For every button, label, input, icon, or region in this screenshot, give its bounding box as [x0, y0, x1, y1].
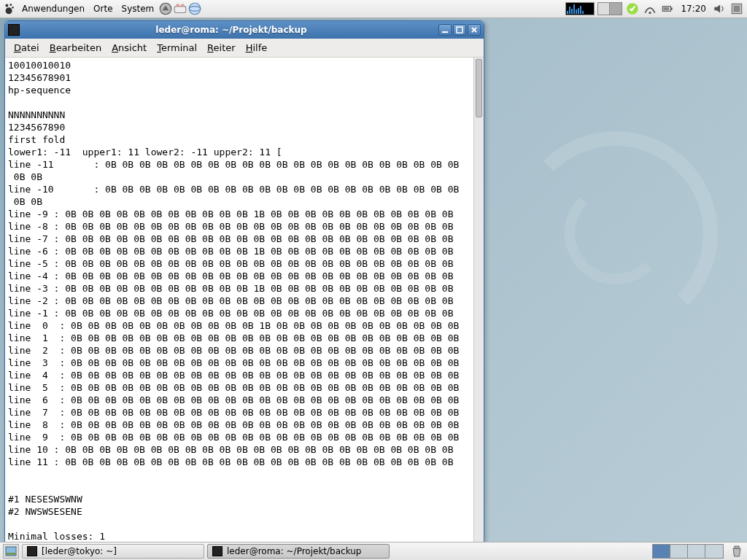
- svg-point-11: [649, 12, 651, 14]
- battery-icon[interactable]: [660, 2, 675, 15]
- menu-anwendungen[interactable]: Anwendungen: [18, 0, 89, 18]
- svg-point-1: [9, 4, 12, 6]
- taskbar: [leder@tokyo: ~]leder@roma: ~/Projekt/ba…: [22, 544, 390, 559]
- minimize-button[interactable]: [438, 24, 452, 36]
- task-button-0[interactable]: [leder@tokyo: ~]: [22, 544, 204, 559]
- svg-point-6: [177, 4, 179, 7]
- svg-point-0: [5, 4, 8, 7]
- workspace-2[interactable]: [670, 545, 688, 558]
- svg-rect-21: [735, 546, 739, 548]
- menu-terminal[interactable]: Terminal: [152, 41, 201, 55]
- svg-point-3: [6, 7, 12, 14]
- system-monitor-applet[interactable]: [565, 2, 595, 15]
- workspace-switcher[interactable]: [652, 544, 724, 559]
- terminal-output[interactable]: 10010010010 12345678901 hp-sequence NNNN…: [5, 58, 473, 542]
- bottom-panel: [leder@tokyo: ~]leder@roma: ~/Projekt/ba…: [0, 542, 747, 560]
- menubar: DateiBearbeitenAnsichtTerminalReiterHilf…: [5, 39, 484, 58]
- svg-rect-5: [175, 7, 187, 13]
- window-app-icon: [8, 24, 20, 36]
- exit-icon[interactable]: [729, 2, 744, 15]
- menu-reiter[interactable]: Reiter: [203, 41, 240, 55]
- trash-icon[interactable]: [729, 544, 744, 559]
- svg-rect-17: [442, 31, 448, 33]
- svg-rect-13: [671, 7, 673, 9]
- menu-hilfe[interactable]: Hilfe: [241, 41, 272, 55]
- wallpaper-swirl-inner: [565, 182, 667, 284]
- svg-rect-16: [734, 6, 740, 12]
- launcher-icon-2[interactable]: [173, 2, 187, 15]
- task-label: leder@roma: ~/Projekt/backup: [227, 546, 361, 556]
- scrollbar-thumb[interactable]: [476, 59, 482, 117]
- terminal-window: leder@roma: ~/Projekt/backup DateiBearbe…: [4, 20, 484, 542]
- menu-ansicht[interactable]: Ansicht: [107, 41, 151, 55]
- gnome-foot-icon[interactable]: [3, 2, 16, 15]
- maximize-button[interactable]: [453, 24, 466, 36]
- svg-rect-18: [457, 27, 462, 33]
- titlebar[interactable]: leder@roma: ~/Projekt/backup: [5, 21, 484, 39]
- network-icon[interactable]: [643, 2, 657, 15]
- menu-bearbeiten[interactable]: Bearbeiten: [45, 41, 106, 55]
- launcher-icon-3[interactable]: [187, 2, 202, 15]
- show-desktop-button[interactable]: [3, 544, 19, 559]
- launcher-icon-1[interactable]: [158, 2, 173, 15]
- update-icon[interactable]: [625, 2, 640, 15]
- tray-applet-icon[interactable]: [597, 2, 622, 15]
- svg-rect-20: [7, 553, 15, 555]
- menu-orte[interactable]: Orte: [89, 0, 117, 18]
- task-button-1[interactable]: leder@roma: ~/Projekt/backup: [207, 544, 390, 559]
- top-panel: Anwendungen Orte System 17:20: [0, 0, 747, 18]
- clock[interactable]: 17:20: [678, 4, 709, 14]
- menu-system[interactable]: System: [117, 0, 159, 18]
- terminal-scrollbar[interactable]: [473, 58, 484, 542]
- workspace-4[interactable]: [705, 545, 723, 558]
- menu-datei[interactable]: Datei: [9, 41, 44, 55]
- workspace-3[interactable]: [688, 545, 705, 558]
- workspace-1[interactable]: [653, 545, 670, 558]
- svg-point-8: [190, 3, 201, 15]
- window-title: leder@roma: ~/Projekt/backup: [24, 25, 438, 35]
- svg-rect-14: [664, 7, 670, 10]
- terminal-icon: [27, 546, 37, 556]
- svg-point-2: [12, 7, 14, 9]
- svg-point-7: [181, 4, 184, 7]
- close-button[interactable]: [468, 24, 481, 36]
- terminal-icon: [212, 546, 222, 556]
- volume-icon[interactable]: [712, 2, 727, 15]
- system-tray: 17:20: [565, 2, 744, 15]
- task-label: [leder@tokyo: ~]: [42, 546, 117, 556]
